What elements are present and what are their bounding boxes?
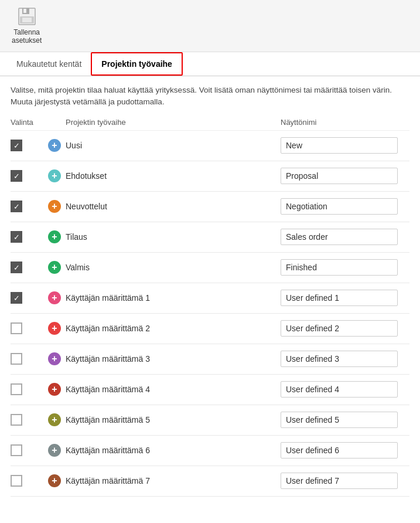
display-cell <box>281 381 409 398</box>
col-header-selection: Valinta <box>11 118 46 127</box>
display-input-row-0[interactable] <box>281 137 398 154</box>
display-input-row-8[interactable] <box>281 381 398 398</box>
checkbox-row-0[interactable]: ✓ <box>11 140 22 151</box>
table-row: ✓+Tilaus <box>11 222 409 253</box>
tab-custom-fields[interactable]: Mukautetut kentät <box>7 53 91 74</box>
checkbox-cell: ✓ <box>11 140 46 151</box>
display-input-row-10[interactable] <box>281 442 398 459</box>
svg-rect-4 <box>22 18 32 22</box>
display-cell <box>281 229 409 245</box>
display-cell <box>281 168 409 184</box>
col-header-stage: Projektin työvaihe <box>46 118 281 127</box>
stage-name: Käyttäjän määrittämä 1 <box>66 293 150 303</box>
plus-icon[interactable]: + <box>48 474 61 487</box>
checkbox-row-9[interactable] <box>11 414 22 426</box>
stage-cell: +Neuvottelut <box>46 200 281 213</box>
table-row: ✓+Neuvottelut <box>11 192 409 222</box>
checkbox-cell: ✓ <box>11 231 46 243</box>
checkbox-row-2[interactable]: ✓ <box>11 201 22 212</box>
plus-icon[interactable]: + <box>48 444 61 457</box>
save-icon <box>18 7 36 26</box>
stage-cell: +Käyttäjän määrittämä 7 <box>46 474 281 487</box>
table-row: +Käyttäjän määrittämä 4 <box>11 375 409 405</box>
table-row: +Käyttäjän määrittämä 2 <box>11 314 409 344</box>
display-input-row-2[interactable] <box>281 198 398 215</box>
stage-name: Käyttäjän määrittämä 7 <box>66 476 150 485</box>
stage-cell: +Ehdotukset <box>46 169 281 182</box>
plus-icon[interactable]: + <box>48 291 61 304</box>
description-text: Valitse, mitä projektin tilaa haluat käy… <box>0 76 420 114</box>
plus-icon[interactable]: + <box>48 200 61 213</box>
plus-icon[interactable]: + <box>48 230 61 243</box>
checkbox-row-5[interactable]: ✓ <box>11 292 22 304</box>
checkbox-row-1[interactable]: ✓ <box>11 170 22 182</box>
plus-icon[interactable]: + <box>48 413 61 426</box>
stage-cell: +Valmis <box>46 261 281 274</box>
plus-icon[interactable]: + <box>48 352 61 365</box>
stage-name: Käyttäjän määrittämä 6 <box>66 446 150 455</box>
display-cell <box>281 320 409 337</box>
checkbox-row-10[interactable] <box>11 444 22 456</box>
checkbox-row-11[interactable] <box>11 475 22 487</box>
plus-icon[interactable]: + <box>48 139 61 152</box>
table-row: ✓+Valmis <box>11 253 409 283</box>
checkbox-cell <box>11 414 46 426</box>
tab-project-stage[interactable]: Projektin työvaihe <box>91 52 183 76</box>
stage-name: Uusi <box>66 141 82 150</box>
display-input-row-5[interactable] <box>281 290 398 306</box>
plus-icon[interactable]: + <box>48 383 61 396</box>
checkbox-row-7[interactable] <box>11 353 22 365</box>
display-input-row-4[interactable] <box>281 259 398 276</box>
toolbar: Tallenna asetukset <box>0 0 420 52</box>
stage-cell: +Käyttäjän määrittämä 6 <box>46 444 281 457</box>
stage-cell: +Käyttäjän määrittämä 2 <box>46 322 281 335</box>
checkbox-cell <box>11 475 46 487</box>
display-cell <box>281 259 409 276</box>
display-input-row-7[interactable] <box>281 351 398 367</box>
display-cell <box>281 473 409 489</box>
checkbox-cell <box>11 322 46 334</box>
display-cell <box>281 198 409 215</box>
save-label-line2: asetukset <box>12 36 42 45</box>
plus-icon[interactable]: + <box>48 322 61 335</box>
stage-cell: +Käyttäjän määrittämä 5 <box>46 413 281 426</box>
display-input-row-11[interactable] <box>281 473 398 489</box>
table-row: ✓+Käyttäjän määrittämä 1 <box>11 283 409 314</box>
checkbox-row-6[interactable] <box>11 322 22 334</box>
save-label-line1: Tallenna <box>13 28 40 36</box>
table-row: +Käyttäjän määrittämä 3 <box>11 344 409 375</box>
checkbox-cell: ✓ <box>11 170 46 182</box>
display-input-row-6[interactable] <box>281 320 398 337</box>
checkbox-row-4[interactable]: ✓ <box>11 262 22 273</box>
table-row: ✓+Ehdotukset <box>11 161 409 192</box>
checkbox-cell <box>11 444 46 456</box>
stage-cell: +Tilaus <box>46 230 281 243</box>
plus-icon[interactable]: + <box>48 261 61 274</box>
stage-name: Käyttäjän määrittämä 5 <box>66 415 150 424</box>
table-row: +Käyttäjän määrittämä 6 <box>11 436 409 466</box>
stage-name: Valmis <box>66 263 90 272</box>
display-input-row-9[interactable] <box>281 412 398 428</box>
checkbox-row-8[interactable] <box>11 383 22 395</box>
stage-name: Tilaus <box>66 232 87 242</box>
table-row: ✓+Uusi <box>11 131 409 161</box>
display-cell <box>281 137 409 154</box>
checkbox-row-3[interactable]: ✓ <box>11 231 22 243</box>
display-input-row-3[interactable] <box>281 229 398 245</box>
col-header-display: Näyttönimi <box>281 118 409 127</box>
checkbox-cell: ✓ <box>11 201 46 212</box>
plus-icon[interactable]: + <box>48 169 61 182</box>
display-cell <box>281 442 409 459</box>
checkbox-cell: ✓ <box>11 292 46 304</box>
stage-name: Neuvottelut <box>66 202 107 211</box>
stage-cell: +Käyttäjän määrittämä 3 <box>46 352 281 365</box>
save-button[interactable]: Tallenna asetukset <box>7 5 46 47</box>
checkbox-cell <box>11 353 46 365</box>
display-input-row-1[interactable] <box>281 168 398 184</box>
stage-name: Käyttäjän määrittämä 2 <box>66 324 150 333</box>
checkbox-cell <box>11 383 46 395</box>
svg-rect-2 <box>23 9 26 13</box>
table-header: Valinta Projektin työvaihe Näyttönimi <box>11 114 409 131</box>
table-row: +Käyttäjän määrittämä 5 <box>11 405 409 436</box>
stage-cell: +Uusi <box>46 139 281 152</box>
